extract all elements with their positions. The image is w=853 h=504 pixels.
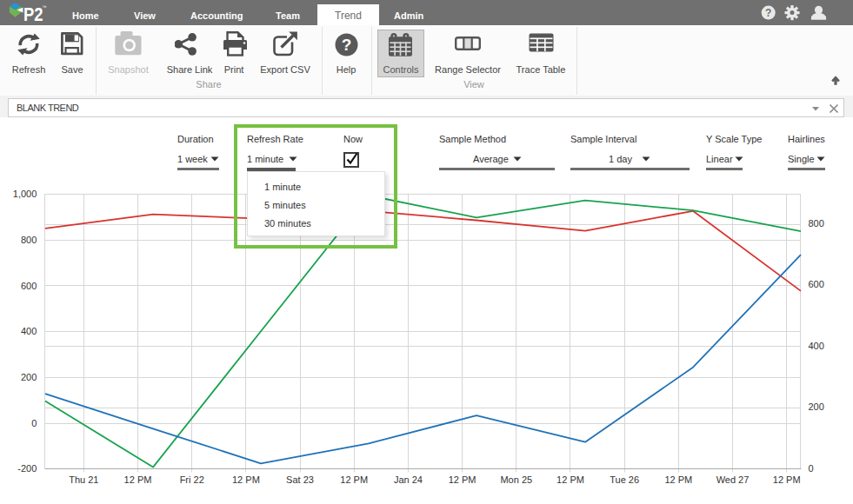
svg-text:P2: P2 [23, 3, 43, 24]
svg-text:™: ™ [43, 4, 47, 10]
svg-text:1,000: 1,000 [13, 189, 37, 199]
svg-text:?: ? [342, 36, 352, 54]
svg-text:400: 400 [809, 341, 824, 351]
svg-text:200: 200 [809, 401, 824, 412]
svg-text:600: 600 [21, 281, 37, 291]
svg-text:Thu 21: Thu 21 [69, 474, 98, 485]
svg-text:Sat 23: Sat 23 [286, 474, 314, 485]
svg-text:12 PM: 12 PM [449, 474, 476, 485]
svg-text:12 PM: 12 PM [664, 474, 692, 485]
svg-text:800: 800 [21, 235, 37, 245]
svg-text:0: 0 [809, 463, 814, 474]
svg-text:800: 800 [809, 218, 824, 229]
svg-text:0: 0 [31, 418, 37, 428]
svg-text:400: 400 [21, 326, 37, 336]
svg-text:Mon 25: Mon 25 [500, 474, 532, 485]
svg-text:Wed 27: Wed 27 [716, 474, 750, 485]
svg-text:Tue 26: Tue 26 [610, 474, 639, 485]
svg-text:-200: -200 [17, 463, 37, 474]
svg-text:600: 600 [809, 279, 824, 289]
svg-text:12 PM: 12 PM [773, 474, 801, 485]
svg-text:12 PM: 12 PM [232, 474, 260, 485]
svg-text:12 PM: 12 PM [340, 474, 368, 485]
svg-text:12 PM: 12 PM [556, 474, 584, 485]
svg-text:?: ? [765, 7, 771, 19]
svg-text:Fri 22: Fri 22 [180, 474, 204, 485]
svg-text:200: 200 [21, 372, 37, 382]
svg-text:Jan 24: Jan 24 [394, 474, 423, 485]
svg-text:12 PM: 12 PM [124, 474, 152, 485]
